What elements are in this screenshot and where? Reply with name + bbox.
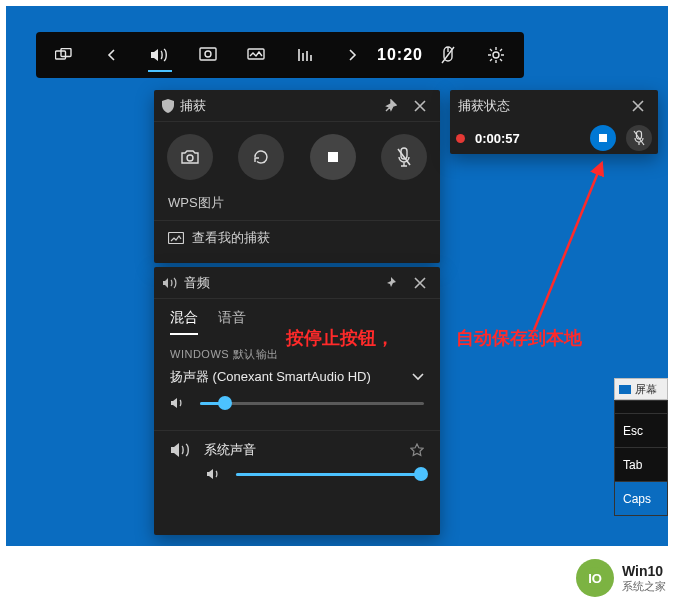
close-icon[interactable]: [408, 94, 432, 118]
desktop-background: 10:20 捕获: [6, 6, 668, 546]
chevron-down-icon: [412, 373, 424, 381]
svg-point-3: [205, 51, 211, 57]
screenshot-button[interactable]: [167, 134, 213, 180]
capture-panel-header: 捕获: [154, 90, 440, 122]
key-tab[interactable]: Tab: [614, 448, 668, 482]
clock-label: 10:20: [376, 32, 424, 78]
view-captures-label: 查看我的捕获: [192, 229, 270, 247]
status-panel: 捕获状态 0:00:57: [450, 90, 658, 154]
audio-icon[interactable]: [136, 32, 184, 78]
device-name-label: 扬声器 (Conexant SmartAudio HD): [170, 368, 371, 386]
svg-rect-4: [248, 49, 264, 59]
key-esc[interactable]: Esc: [614, 414, 668, 448]
star-icon[interactable]: [410, 443, 424, 457]
mic-off-button[interactable]: [626, 125, 652, 151]
record-last-button[interactable]: [238, 134, 284, 180]
audio-title: 音频: [184, 274, 210, 292]
annotation-auto-save: 自动保存到本地: [456, 326, 582, 350]
capture-panel: 捕获 WPS图片: [154, 90, 440, 263]
tab-mix[interactable]: 混合: [170, 309, 198, 335]
svg-point-6: [493, 52, 499, 58]
system-sound-label: 系统声音: [204, 441, 256, 459]
snippet-toolbar: [614, 400, 668, 414]
speaker-icon: [170, 441, 192, 459]
svg-text:IO: IO: [588, 571, 602, 586]
master-volume-slider[interactable]: [200, 394, 424, 412]
tab-voice[interactable]: 语音: [218, 309, 246, 335]
system-volume-slider[interactable]: [236, 465, 424, 483]
game-bar: 10:20: [36, 32, 524, 78]
snippet-title-bar: 屏幕: [614, 378, 668, 400]
system-volume-row: [154, 459, 440, 493]
recording-time: 0:00:57: [475, 131, 520, 146]
brand-line2: 系统之家: [622, 579, 666, 594]
svg-rect-2: [200, 48, 216, 60]
audio-panel: 音频 混合 语音 WINDOWS 默认输出 扬声器 (Conexant Smar…: [154, 267, 440, 535]
widgets-icon[interactable]: [40, 32, 88, 78]
kbd-app-icon: [619, 385, 631, 394]
capture-icon[interactable]: [184, 32, 232, 78]
status-body: 0:00:57: [450, 122, 658, 154]
status-title: 捕获状态: [458, 97, 510, 115]
brand-line1: Win10: [622, 563, 666, 579]
close-icon[interactable]: [408, 271, 432, 295]
shield-icon: [162, 99, 174, 113]
svg-line-13: [534, 170, 599, 330]
keyboard-snippet: 屏幕 Esc Tab Caps: [614, 378, 668, 516]
annotation-press-stop: 按停止按钮，: [286, 326, 394, 350]
mouse-off-icon[interactable]: [424, 32, 472, 78]
close-icon[interactable]: [626, 94, 650, 118]
capture-title: 捕获: [180, 97, 206, 115]
capture-actions-row: [154, 122, 440, 192]
master-volume-row: [154, 388, 440, 422]
stop-record-button[interactable]: [310, 134, 356, 180]
speaker-icon: [162, 277, 178, 289]
capture-app-label: WPS图片: [154, 192, 440, 220]
key-caps[interactable]: Caps: [614, 482, 668, 516]
system-sound-row: 系统声音: [154, 439, 440, 459]
stop-recording-button[interactable]: [590, 125, 616, 151]
svg-point-7: [187, 155, 193, 161]
svg-rect-10: [169, 233, 184, 244]
view-captures-link[interactable]: 查看我的捕获: [154, 220, 440, 255]
xbox-icon[interactable]: [280, 32, 328, 78]
audio-panel-header: 音频: [154, 267, 440, 299]
speaker-icon: [206, 467, 224, 481]
snippet-title: 屏幕: [635, 382, 657, 397]
svg-rect-8: [328, 152, 338, 162]
chevron-left-icon[interactable]: [88, 32, 136, 78]
site-brand: IO Win10 系统之家: [576, 559, 666, 597]
pin-icon[interactable]: [378, 94, 402, 118]
output-device-row[interactable]: 扬声器 (Conexant SmartAudio HD): [154, 362, 440, 388]
gallery-icon: [168, 232, 184, 244]
pin-icon[interactable]: [378, 271, 402, 295]
status-panel-header: 捕获状态: [450, 90, 658, 122]
record-dot-icon: [456, 134, 465, 143]
divider: [154, 430, 440, 431]
svg-rect-11: [599, 134, 607, 142]
arrow-annotation: [464, 160, 664, 350]
gear-icon[interactable]: [472, 32, 520, 78]
brand-logo-icon: IO: [576, 559, 614, 597]
chevron-right-icon[interactable]: [328, 32, 376, 78]
speaker-icon: [170, 396, 188, 410]
performance-icon[interactable]: [232, 32, 280, 78]
mic-off-button[interactable]: [381, 134, 427, 180]
